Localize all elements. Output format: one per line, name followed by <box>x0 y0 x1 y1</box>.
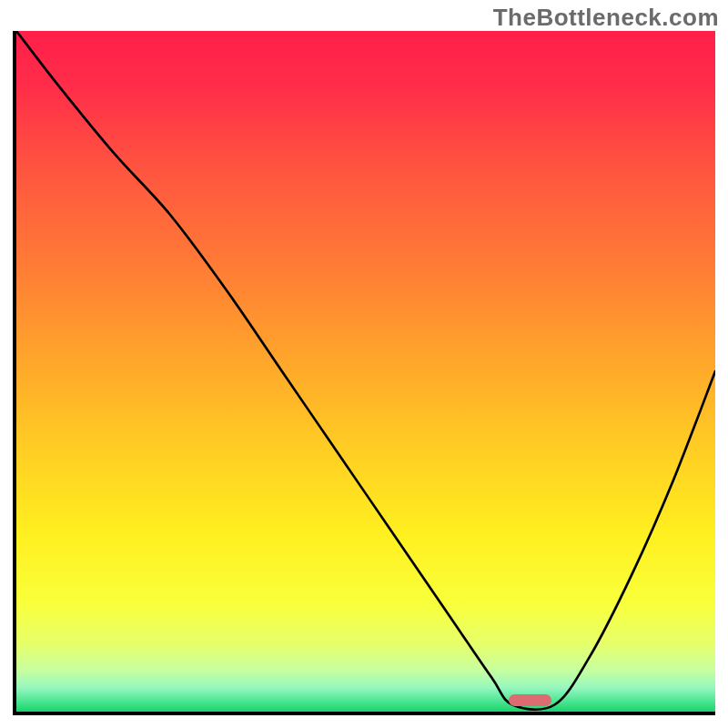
plot-inner <box>16 31 715 712</box>
curve-layer <box>16 31 715 712</box>
watermark-text: TheBottleneck.com <box>493 4 719 32</box>
optimum-marker <box>509 694 551 706</box>
chart-stage: TheBottleneck.com <box>0 0 728 728</box>
plot-frame <box>13 31 715 715</box>
curve-path <box>16 31 715 710</box>
